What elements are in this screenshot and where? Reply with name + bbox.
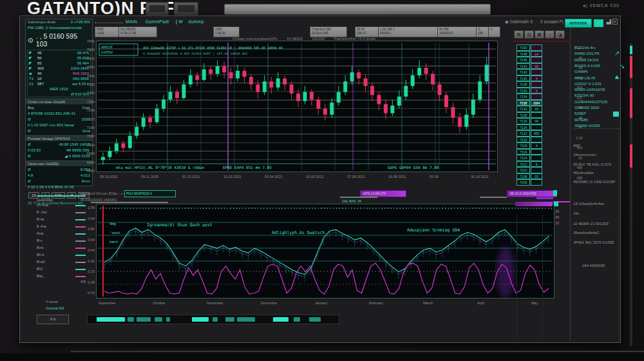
dom-bid-row[interactable]: 7128 <box>516 112 542 119</box>
legend-strip-item[interactable]: Hnia <box>37 230 86 237</box>
scrollbar-thumb[interactable] <box>630 56 632 78</box>
watchlist-item[interactable]: 09/905 2A/1% <box>574 58 599 62</box>
strip-teal-pill[interactable]: P014 W03P40|15.4 <box>124 190 176 197</box>
dom-price-cell: 7150 <box>516 44 530 51</box>
toolbar-field-9[interactable]: m <box>488 26 500 37</box>
dom-tool-icon-2[interactable]: ▥ <box>524 30 534 39</box>
dom-bid-row[interactable]: 713044 <box>516 106 542 112</box>
window-icons[interactable]: ▗▟ <box>605 19 611 24</box>
dom-ask-row[interactable]: 714814 <box>516 51 542 57</box>
legend-strip-item[interactable]: B03. <box>37 266 86 273</box>
strip-grey-line-a <box>340 197 377 198</box>
menu-item-w[interactable]: W <box>178 19 183 24</box>
toolbar-field-1[interactable]: 0209/1332 <box>95 26 120 37</box>
dom-ask-row[interactable]: 7150 <box>516 44 542 51</box>
dom-price-cell: 7136 <box>516 88 530 94</box>
watchlist-item[interactable]: 62523% 90 <box>574 93 594 97</box>
dom-bid-row[interactable]: 7114 <box>516 155 542 161</box>
indicator-chart[interactable]: 4mg'vasthantIgroanma(d) Shum Qash qostAd… <box>97 204 554 298</box>
main-chart[interactable]: 40912FG19T64403 1Gmmw40 41P4P + 64 1P1.4… <box>96 41 498 172</box>
dom-tool-icon-3[interactable]: ▦ <box>535 30 544 39</box>
price-tick: 6990 <box>78 151 95 156</box>
month-tick: December <box>261 301 312 306</box>
title-bar-strip[interactable] <box>224 4 491 15</box>
legend-strip-item[interactable]: B0-w <box>37 251 86 259</box>
watchlist-item[interactable]: G0102*-4 1'225 <box>574 82 601 86</box>
legend-strip-item[interactable]: B .4na <box>37 223 86 230</box>
account-user[interactable]: ◉ Gatlinhath S <box>505 19 533 24</box>
watchlist-item[interactable]: G0/8044431/27325 <box>574 100 607 104</box>
window-tab-1[interactable] <box>146 2 169 15</box>
dom-mid-row[interactable]: 7132G04 <box>516 100 542 106</box>
legend-strip-item[interactable]: ZH mua <box>37 202 86 209</box>
legend-strip-item[interactable]: Bl-s <box>37 237 86 244</box>
section-row[interactable]: 4.84.013 <box>26 173 92 179</box>
dom-bid-row[interactable]: 7116 <box>516 149 542 155</box>
status-chip[interactable] <box>594 19 603 27</box>
dom-bid-row[interactable]: 7110 <box>516 167 542 173</box>
dom-bid-row[interactable]: 710803 <box>516 173 542 180</box>
watchlist-item[interactable]: T12.1Vb 4r+ <box>574 46 596 50</box>
watchlist-item[interactable]: 3294060 3204 <box>574 106 599 110</box>
dom-size-cell <box>531 155 542 161</box>
scrollbar-thumb[interactable] <box>630 88 632 118</box>
watchlist-item[interactable]: GA9M4 <box>574 70 587 73</box>
toolbar-field-5[interactable]: 05 03316.17 <box>355 26 379 37</box>
legend-strip-item[interactable]: Bl.wA <box>37 259 86 266</box>
watchlist-item[interactable]: 8010/0.4.4.045 <box>574 64 600 68</box>
section-row[interactable]: 4 10 1 05 4 4 8 8541 47 05 <box>26 184 92 190</box>
section-row[interactable]: Ø8mm <box>26 179 92 184</box>
dom-ask-row[interactable]: 7142 <box>516 69 542 75</box>
watchlist-item[interactable]: 907EB5 <box>574 118 588 122</box>
dom-ask-row[interactable]: 7134 <box>516 93 542 100</box>
legend-strip-item[interactable]: B - Asc <box>37 209 86 216</box>
scrollbar-thumb[interactable] <box>630 46 632 54</box>
dom-bid-row[interactable]: 7120 <box>516 137 542 143</box>
status-box[interactable]: ≋≋ <box>37 315 69 324</box>
menu-item-dummp[interactable]: dummp <box>189 19 204 24</box>
menu-item-gammpadt[interactable]: GammPadt <box>146 19 169 24</box>
dom-ladder-panel: ▤▥▦◔◪71507148147146714446714271404713871… <box>513 28 571 350</box>
window-tab-2[interactable] <box>174 2 198 15</box>
dom-tool-icon-4[interactable]: ◔ <box>545 30 554 39</box>
toolbar-field-3[interactable]: 14057:05.20 <box>213 26 240 37</box>
watchlist-item[interactable]: 629EP <box>574 112 586 115</box>
hamburger-icon[interactable]: ≡ <box>612 19 618 24</box>
watchlist-item[interactable]: 90906 U04310/35 <box>574 88 605 92</box>
toolbar-field-8[interactable]: /1339 <box>476 26 489 37</box>
section-cell-left: 4.8 <box>28 173 33 178</box>
legend-strip-dash <box>75 219 86 220</box>
dom-ask-row[interactable]: 71369 <box>516 88 542 94</box>
toolbar-field-2[interactable]: SA 1650004.7% 17.05 <box>118 26 157 37</box>
watchlist-item[interactable]: 390090 G0305 <box>574 124 600 128</box>
dom-ask-row[interactable]: 7138 <box>516 81 542 88</box>
dom-bid-row[interactable]: 7106 <box>516 179 542 186</box>
legend-strip-dash <box>75 205 86 206</box>
legend-strip-label: Bl-s <box>37 237 43 244</box>
legend-strip-item[interactable]: B0a_ <box>37 273 86 280</box>
legend-strip-item[interactable]: Bvra <box>37 244 86 251</box>
menu-item-main[interactable]: MAIN <box>126 19 137 24</box>
toolbar-field-6[interactable]: 1.02.168 103/003 | <box>378 26 439 37</box>
dom-bar-chip[interactable] <box>554 202 558 206</box>
watchlist-item[interactable]: 04990 G01.P6 <box>574 52 600 55</box>
watchlist-item[interactable]: 6P10 L9L43 <box>574 76 595 80</box>
dom-bid-row[interactable]: 71184 <box>516 142 542 149</box>
dom-tool-icon-1[interactable]: ▤ <box>514 30 524 39</box>
indicator-panel[interactable]: 4mg'vasthantIgroanma(d) Shum Qash qostAd… <box>96 204 554 298</box>
connect-button[interactable]: WITHTEK <box>565 19 592 28</box>
dom-bid-row[interactable]: 71129 <box>516 161 542 168</box>
dom-bid-row[interactable]: 712646 <box>516 118 542 124</box>
candlestick-chart[interactable]: 40912FG19T64403 1Gmmw40 41P4P + 64 1P1.4… <box>97 41 497 171</box>
dom-bid-row[interactable]: 7124 <box>516 124 542 131</box>
dom-ask-row[interactable]: 7146 <box>516 57 542 63</box>
toolbar-field-7[interactable]: 94.398192/503 0 <box>437 26 477 37</box>
dom-tool-icon-5[interactable]: ◪ <box>555 30 565 39</box>
checkbox-icon[interactable] <box>613 112 619 117</box>
dom-ask-row[interactable]: 71404 <box>516 75 542 82</box>
legend-strip-item[interactable]: Bl 4a <box>37 216 86 223</box>
dom-ask-row[interactable]: 714446 <box>516 63 542 70</box>
dom-bid-row[interactable]: 7122450 <box>516 130 542 137</box>
toolbar-field-4[interactable]: Chamberl 16015.03.4.165 <box>310 26 347 37</box>
scrollbar-thumb[interactable] <box>630 144 632 168</box>
